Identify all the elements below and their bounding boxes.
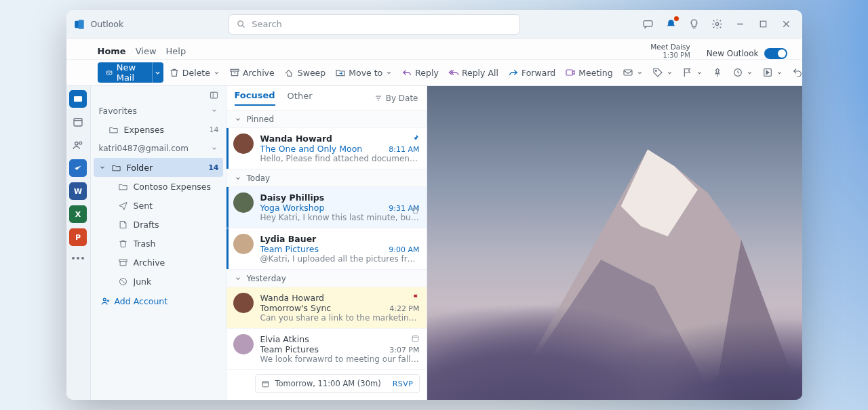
pin-icon bbox=[411, 134, 420, 144]
list-group[interactable]: Pinned bbox=[226, 110, 427, 128]
new-mail-dropdown[interactable] bbox=[152, 62, 163, 83]
svg-rect-27 bbox=[210, 92, 217, 98]
chat-icon[interactable] bbox=[637, 14, 660, 35]
junk-icon bbox=[118, 276, 128, 287]
tab-view[interactable]: View bbox=[136, 46, 157, 59]
add-account-button[interactable]: Add Account bbox=[94, 291, 223, 306]
move-to-button[interactable]: Move to bbox=[331, 62, 396, 83]
svg-rect-13 bbox=[566, 70, 572, 75]
quickstep-icon bbox=[762, 67, 773, 78]
window-close[interactable] bbox=[775, 14, 798, 35]
clock-icon bbox=[732, 67, 743, 78]
nav-item-trash[interactable]: Trash bbox=[94, 234, 223, 253]
search-input[interactable]: Search bbox=[229, 14, 520, 35]
folder-icon bbox=[111, 163, 121, 173]
archive-button[interactable]: Archive bbox=[225, 62, 279, 83]
window-maximize[interactable] bbox=[752, 14, 775, 35]
svg-rect-23 bbox=[74, 119, 82, 126]
tips-icon[interactable] bbox=[683, 14, 706, 35]
message-item[interactable]: Wanda HowardTomorrow's Sync4:22 PMCan yo… bbox=[226, 287, 427, 329]
upcoming-meeting[interactable]: Meet Daisy 1:30 PM bbox=[650, 43, 690, 59]
undo-button[interactable] bbox=[788, 62, 802, 83]
rail-excel[interactable]: X bbox=[69, 205, 87, 223]
categorize-button[interactable] bbox=[648, 62, 677, 83]
nav-item-junk[interactable]: Junk bbox=[94, 272, 223, 291]
new-outlook-toggle[interactable]: New Outlook bbox=[707, 48, 787, 59]
message-preview: @Katri, I uploaded all the pictures from bbox=[260, 254, 420, 264]
snooze-button[interactable] bbox=[728, 62, 757, 83]
svg-rect-12 bbox=[231, 69, 239, 71]
list-group[interactable]: Today bbox=[226, 169, 427, 187]
message-item[interactable]: Wanda HowardThe One and Only Moon8:11 AM… bbox=[226, 128, 427, 169]
folder-icon bbox=[118, 182, 128, 192]
folder-move-icon bbox=[335, 67, 346, 78]
message-subject: Tomorrow's Sync bbox=[260, 303, 384, 313]
forward-button[interactable]: Forward bbox=[504, 62, 559, 83]
rail-people[interactable] bbox=[69, 136, 87, 154]
message-item[interactable]: Elvia AtkinsTeam Pictures3:07 PMWe look … bbox=[226, 329, 427, 370]
undo-icon bbox=[792, 67, 802, 78]
rsvp-button[interactable]: RSVP bbox=[393, 380, 414, 388]
sweep-icon bbox=[284, 67, 295, 78]
notification-icon[interactable] bbox=[660, 14, 683, 35]
message-item[interactable]: Lydia BauerTeam Pictures9:00 AM@Katri, I… bbox=[226, 228, 427, 270]
message-subject: Yoga Workshop bbox=[260, 203, 384, 213]
list-group[interactable]: Yesterday bbox=[226, 270, 427, 287]
rail-powerpoint[interactable]: P bbox=[69, 228, 87, 246]
nav-item-archive[interactable]: Archive bbox=[94, 253, 223, 272]
avatar bbox=[233, 334, 254, 354]
nav-collapse-icon[interactable] bbox=[94, 90, 223, 101]
rail-todo[interactable] bbox=[69, 159, 87, 177]
rail-more[interactable]: ••• bbox=[69, 251, 87, 265]
sent-icon bbox=[118, 201, 128, 211]
list-header: Focused Other By Date bbox=[226, 86, 427, 110]
reply-all-button[interactable]: Reply All bbox=[444, 62, 502, 83]
tab-help[interactable]: Help bbox=[166, 46, 186, 59]
svg-rect-29 bbox=[119, 260, 126, 262]
sweep-button[interactable]: Sweep bbox=[280, 62, 330, 83]
nav-item-expenses[interactable]: Expenses 14 bbox=[94, 120, 223, 139]
list-tab-focused[interactable]: Focused bbox=[235, 90, 275, 106]
svg-rect-11 bbox=[106, 70, 112, 74]
delete-message-icon[interactable] bbox=[411, 206, 420, 217]
nav-item-drafts[interactable]: Drafts bbox=[94, 215, 223, 234]
reply-all-icon bbox=[448, 67, 459, 78]
flag-button[interactable] bbox=[678, 62, 707, 83]
titlebar: Outlook Search bbox=[66, 10, 802, 39]
message-from: Wanda Howard bbox=[260, 293, 420, 303]
rail-calendar[interactable] bbox=[69, 113, 87, 131]
ribbon: New Mail Delete Archive Sweep Move to Re bbox=[66, 59, 802, 86]
nav-item-contoso[interactable]: Contoso Expenses bbox=[94, 177, 223, 196]
nav-section-favorites[interactable]: Favorites bbox=[94, 101, 223, 120]
meeting-button[interactable]: Meeting bbox=[561, 62, 616, 83]
rail-word[interactable]: W bbox=[69, 182, 87, 200]
nav-item-folder-root[interactable]: Folder 14 bbox=[94, 158, 223, 177]
toggle-on-icon bbox=[764, 48, 787, 59]
sort-button[interactable]: By Date bbox=[374, 94, 418, 103]
rail-mail[interactable] bbox=[69, 90, 87, 108]
message-subject: Team Pictures bbox=[260, 244, 384, 254]
person-add-icon bbox=[100, 296, 111, 306]
message-item[interactable]: Daisy PhillipsYoga Workshop9:31 AMHey Ka… bbox=[226, 187, 427, 228]
chevron-down-icon bbox=[214, 70, 220, 76]
message-subject: Team Pictures bbox=[260, 344, 384, 354]
chevron-down-icon bbox=[211, 107, 218, 114]
pin-button[interactable] bbox=[708, 62, 727, 83]
delete-button[interactable]: Delete bbox=[165, 62, 224, 83]
chevron-down-icon bbox=[154, 69, 161, 77]
search-icon bbox=[236, 19, 246, 29]
message-list: Focused Other By Date PinnedWanda Howard… bbox=[226, 86, 427, 400]
nav-item-sent[interactable]: Sent bbox=[94, 196, 223, 215]
search-placeholder: Search bbox=[252, 19, 282, 29]
list-tab-other[interactable]: Other bbox=[288, 91, 313, 105]
new-mail-button[interactable]: New Mail bbox=[98, 62, 163, 83]
quicksteps-button[interactable] bbox=[758, 62, 787, 83]
tab-home[interactable]: Home bbox=[98, 46, 126, 59]
mark-read-button[interactable] bbox=[618, 62, 647, 83]
event-chip[interactable]: Tomorrow, 11:00 AM (30m)RSVP bbox=[255, 374, 420, 393]
nav-section-account[interactable]: katri0487@gmail.com bbox=[94, 139, 223, 158]
message-from: Wanda Howard bbox=[260, 134, 420, 144]
settings-icon[interactable] bbox=[706, 14, 729, 35]
reply-button[interactable]: Reply bbox=[397, 62, 443, 83]
window-minimize[interactable] bbox=[729, 14, 752, 35]
